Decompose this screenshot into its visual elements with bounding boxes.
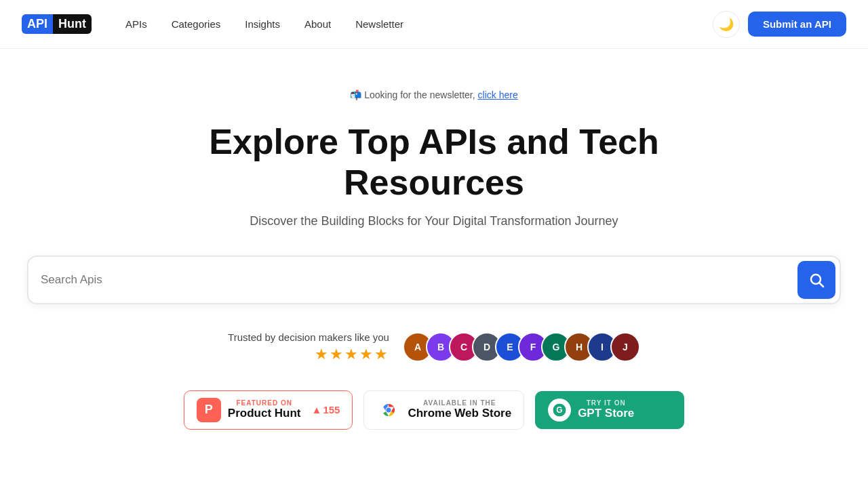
product-hunt-sup: FEATURED ON bbox=[228, 399, 301, 407]
trust-row: Trusted by decision makers like you ★★★★… bbox=[228, 331, 640, 363]
logo-api: API bbox=[22, 14, 53, 34]
search-button[interactable] bbox=[797, 261, 835, 299]
product-hunt-icon: P bbox=[197, 398, 221, 422]
chrome-sup: Available in the bbox=[408, 399, 511, 407]
chrome-text: Available in the Chrome Web Store bbox=[408, 399, 511, 420]
svg-text:G: G bbox=[556, 405, 562, 415]
theme-icon: 🌙 bbox=[719, 17, 734, 32]
nav-link-about[interactable]: About bbox=[295, 13, 340, 35]
gpt-text: TRY IT ON GPT Store bbox=[578, 399, 634, 420]
chrome-badge[interactable]: Available in the Chrome Web Store bbox=[363, 390, 524, 430]
trust-text: Trusted by decision makers like you bbox=[228, 331, 389, 343]
svg-line-1 bbox=[820, 283, 824, 287]
product-hunt-count: ▲ 155 bbox=[312, 404, 340, 415]
search-input[interactable] bbox=[41, 273, 797, 287]
nav-links: APIs Categories Insights About Newslette… bbox=[116, 13, 713, 35]
badge-row: P FEATURED ON Product Hunt ▲ 155 bbox=[184, 390, 684, 430]
avatar: J bbox=[610, 332, 640, 362]
star-rating: ★★★★★ bbox=[315, 346, 389, 363]
gpt-main: GPT Store bbox=[578, 407, 634, 420]
nav-link-apis[interactable]: APIs bbox=[116, 13, 157, 35]
hero-subtitle: Discover the Building Blocks for Your Di… bbox=[250, 214, 618, 228]
theme-toggle-button[interactable]: 🌙 bbox=[713, 11, 740, 38]
nav-right: 🌙 Submit an API bbox=[713, 11, 846, 38]
chrome-icon bbox=[376, 398, 401, 422]
product-hunt-badge[interactable]: P FEATURED ON Product Hunt ▲ 155 bbox=[184, 390, 353, 430]
gpt-badge[interactable]: G TRY IT ON GPT Store bbox=[535, 391, 684, 429]
product-hunt-text: FEATURED ON Product Hunt bbox=[228, 399, 301, 420]
newsletter-link[interactable]: click here bbox=[478, 89, 518, 100]
product-hunt-number: 155 bbox=[323, 404, 340, 415]
hero-title: Explore Top APIs and Tech Resources bbox=[197, 122, 671, 203]
hero-section: 📬 Looking for the newsletter, click here… bbox=[0, 49, 868, 457]
svg-point-5 bbox=[387, 407, 391, 412]
avatar-group: A B C D E F G H I J bbox=[403, 332, 640, 362]
chrome-main: Chrome Web Store bbox=[408, 407, 511, 420]
nav-link-categories[interactable]: Categories bbox=[162, 13, 231, 35]
navbar: APIHunt APIs Categories Insights About N… bbox=[0, 0, 868, 49]
trust-text-col: Trusted by decision makers like you ★★★★… bbox=[228, 331, 389, 363]
submit-api-button[interactable]: Submit an API bbox=[748, 12, 846, 37]
logo-hunt: Hunt bbox=[53, 14, 92, 34]
newsletter-text: 📬 Looking for the newsletter, bbox=[350, 89, 475, 100]
nav-link-newsletter[interactable]: Newsletter bbox=[346, 13, 413, 35]
newsletter-banner: 📬 Looking for the newsletter, click here bbox=[350, 89, 517, 100]
gpt-icon: G bbox=[548, 399, 571, 422]
product-hunt-arrow: ▲ bbox=[312, 404, 322, 415]
search-icon bbox=[808, 272, 825, 288]
search-bar bbox=[27, 256, 841, 304]
product-hunt-main: Product Hunt bbox=[228, 407, 301, 420]
logo[interactable]: APIHunt bbox=[22, 14, 92, 34]
gpt-sup: TRY IT ON bbox=[578, 399, 634, 407]
nav-link-insights[interactable]: Insights bbox=[235, 13, 290, 35]
openai-icon: G bbox=[552, 403, 567, 418]
